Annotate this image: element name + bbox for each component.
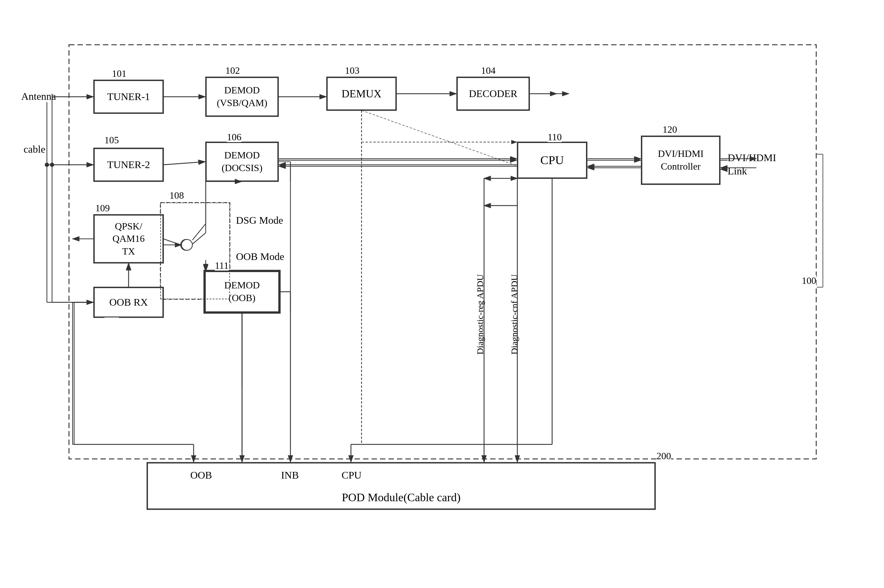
diagram-container: 101 102 103 104 105 106 107 108 109 110 …	[18, 24, 865, 574]
svg-rect-3	[69, 45, 816, 459]
dvi-hdmi-link-label: DVI/HDMILink	[728, 151, 776, 178]
svg-line-78	[163, 162, 205, 165]
svg-point-19	[45, 163, 49, 167]
antenna-label: Antenna	[21, 91, 56, 102]
svg-line-37	[191, 233, 206, 245]
pod-oob-label: OOB	[190, 470, 212, 481]
ref-110: 110	[547, 132, 562, 143]
ref-108: 108	[170, 190, 184, 201]
cable-label: cable	[24, 144, 45, 155]
pod-module-box: OOB INB CPU POD Module(Cable card)	[147, 462, 655, 509]
svg-line-24	[163, 162, 205, 165]
tuner2-box: TUNER-2	[94, 148, 163, 182]
svg-point-73	[50, 163, 54, 167]
pod-cpu-label: CPU	[341, 470, 362, 481]
tuner1-box: TUNER-1	[94, 80, 163, 113]
decoder-box: DECODER	[457, 77, 529, 110]
dvi-hdmi-box: DVI/HDMIController	[641, 136, 720, 184]
demod3-box: DEMOD(OOB)	[204, 271, 280, 313]
ref-200: 200	[657, 450, 671, 462]
svg-line-111	[192, 224, 206, 240]
diagnostic-reg-label: Diagnostic-reg APDU	[475, 274, 485, 355]
diagnostic-cnf-container: Diagnostic-cnf APDU	[507, 194, 522, 435]
demod1-box: DEMOD(VSB/QAM)	[206, 77, 278, 116]
ref-101: 101	[112, 68, 126, 79]
oob-rx-box: OOB RX	[94, 287, 163, 317]
demod2-box: DEMOD(DOCSIS)	[206, 142, 278, 182]
svg-point-36	[180, 239, 191, 250]
pod-main-label: POD Module(Cable card)	[148, 490, 654, 504]
demux-box: DEMUX	[327, 77, 396, 110]
diagnostic-cnf-label: Diagnostic-cnf APDU	[509, 274, 519, 355]
ref-103: 103	[345, 65, 359, 76]
ref-102: 102	[226, 65, 240, 76]
ref-111: 111	[215, 260, 229, 271]
diagnostic-reg-container: Diagnostic-reg APDU	[472, 194, 488, 435]
ref-104: 104	[481, 65, 496, 76]
svg-line-38	[163, 239, 180, 245]
qpsk-box: QPSK/QAM16TX	[94, 214, 163, 263]
oob-mode-label: OOB Mode	[236, 251, 284, 262]
cpu-box: CPU	[517, 142, 587, 178]
dsg-mode-label: DSG Mode	[236, 214, 283, 226]
svg-point-110	[182, 239, 192, 250]
ref-105: 105	[104, 135, 119, 146]
ref-120: 120	[663, 124, 677, 135]
ref-109: 109	[95, 202, 110, 214]
ref-106: 106	[227, 132, 241, 143]
ref-100: 100	[802, 275, 816, 286]
pod-inb-label: INB	[281, 470, 299, 481]
